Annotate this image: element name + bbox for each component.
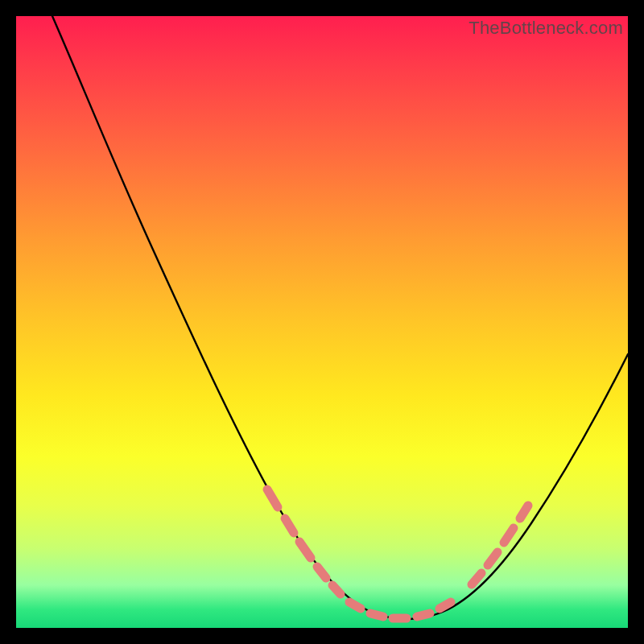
- bottleneck-curve: [52, 16, 628, 619]
- highlight-seg: [520, 506, 528, 518]
- highlight-seg: [417, 613, 430, 617]
- highlight-group: [267, 489, 528, 618]
- highlight-seg: [488, 552, 497, 565]
- chart-svg: [16, 16, 628, 628]
- highlight-seg: [504, 528, 514, 543]
- highlight-seg: [349, 602, 361, 609]
- highlight-seg: [267, 489, 278, 507]
- chart-plot-area: TheBottleneck.com: [16, 16, 628, 628]
- chart-frame: TheBottleneck.com: [0, 0, 644, 644]
- highlight-seg: [317, 567, 326, 578]
- highlight-seg: [332, 585, 341, 594]
- highlight-seg: [285, 518, 294, 533]
- highlight-seg: [370, 613, 383, 617]
- highlight-seg: [440, 602, 451, 609]
- highlight-seg: [299, 542, 311, 558]
- highlight-seg: [472, 573, 481, 584]
